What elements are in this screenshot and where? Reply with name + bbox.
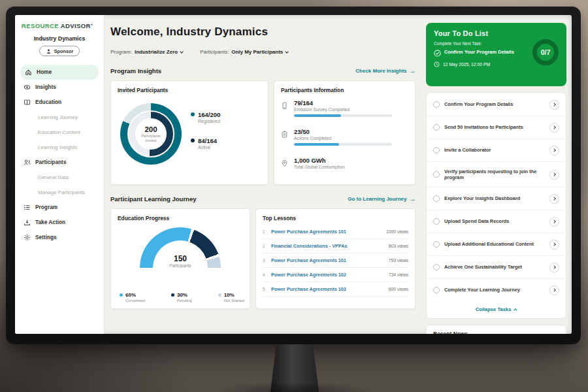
- sponsor-label: Sponsor: [54, 48, 74, 54]
- collapse-tasks-button[interactable]: Collapse Tasks: [427, 301, 566, 318]
- todo-progress-value: 0/7: [541, 48, 551, 56]
- lesson-link[interactable]: Power Purchase Agreements 102: [271, 272, 389, 278]
- task-item[interactable]: Verify participants requesting to join t…: [427, 162, 566, 188]
- lesson-link[interactable]: Financial Considerations - VPPAs: [271, 243, 389, 249]
- filter-value: Only My Participants: [231, 49, 283, 55]
- metric-label: Actions Completed: [294, 136, 392, 140]
- lesson-rank: 1: [263, 229, 271, 234]
- sidebar-item-learning-journey[interactable]: Learning Journey: [15, 110, 104, 125]
- task-item[interactable]: Invite a Collaborator: [427, 139, 566, 162]
- sidebar-item-participants[interactable]: Participants: [15, 155, 104, 170]
- progress-fill: [294, 143, 339, 146]
- program-filter-dropdown[interactable]: Program: Industrialize Zero: [110, 49, 183, 55]
- arrow-right-icon: →: [410, 195, 416, 203]
- task-item[interactable]: Complete Your Learning Journey: [427, 279, 566, 301]
- lesson-row[interactable]: 1 Power Purchase Agreements 101 1000 vie…: [263, 225, 408, 239]
- sidebar-item-general-data[interactable]: General Data: [15, 170, 104, 185]
- chevron-right-icon[interactable]: [549, 100, 559, 110]
- list-icon: [24, 204, 31, 211]
- legend-value: 30%: [177, 292, 192, 298]
- invited-participants-card: Invited Participants 200 Participants In…: [110, 80, 269, 185]
- app-logo: RESOURCE ADVISOR+: [15, 22, 104, 29]
- chevron-right-icon[interactable]: [549, 217, 559, 227]
- legend-label: Completed: [125, 298, 145, 302]
- logo-superscript: +: [91, 22, 93, 26]
- filter-label: Program:: [110, 49, 132, 55]
- sidebar-item-education-content[interactable]: Education Content: [15, 125, 104, 140]
- task-item[interactable]: Confirm Your Program Details: [427, 93, 566, 116]
- todo-title: Your To Do List: [434, 29, 559, 37]
- chevron-right-icon[interactable]: [549, 240, 559, 250]
- sidebar-item-education[interactable]: Education: [15, 95, 104, 110]
- check-more-insights-link[interactable]: Check More Insights →: [355, 67, 416, 74]
- sidebar-item-program[interactable]: Program: [15, 200, 104, 215]
- chevron-up-icon: [514, 308, 518, 312]
- task-checkbox[interactable]: [433, 241, 440, 248]
- task-checkbox[interactable]: [433, 124, 440, 131]
- chevron-right-icon[interactable]: [549, 263, 559, 272]
- metric-label: Total Global Consumption: [294, 165, 345, 169]
- legend-label: Active: [198, 145, 217, 150]
- lesson-row[interactable]: 5 Power Purchase Agreements 103 600 view…: [263, 282, 408, 297]
- task-label: Upload Spend Data Records: [444, 218, 545, 225]
- lesson-views: 1000 views: [386, 229, 408, 234]
- task-item[interactable]: Explore Your Insights Dashboard: [427, 188, 566, 210]
- lesson-rank: 3: [263, 258, 271, 263]
- sidebar-item-insights[interactable]: Insights: [15, 80, 104, 95]
- link-label: Check More Insights: [355, 68, 406, 74]
- card-title: Top Lessons: [263, 215, 296, 221]
- task-checkbox[interactable]: [433, 171, 440, 178]
- task-checkbox[interactable]: [433, 218, 440, 225]
- chevron-right-icon[interactable]: [549, 194, 559, 204]
- recent-news-card[interactable]: Recent News: [426, 325, 566, 334]
- participants-filter-dropdown[interactable]: Participants: Only My Participants: [200, 49, 288, 55]
- sidebar-item-settings[interactable]: Settings: [15, 230, 104, 245]
- info-row-survey: 79/164 Emission Survey Completed: [281, 99, 408, 117]
- sidebar-item-take-action[interactable]: Take Action: [15, 215, 104, 230]
- sidebar-item-manage-participants[interactable]: Manage Participants: [15, 185, 104, 200]
- lesson-row[interactable]: 3 Power Purchase Agreements 101 793 view…: [263, 253, 408, 268]
- sidebar-item-home[interactable]: Home: [20, 65, 99, 80]
- lesson-link[interactable]: Power Purchase Agreements 103: [271, 286, 389, 292]
- task-checkbox[interactable]: [433, 101, 440, 108]
- chevron-right-icon[interactable]: [549, 286, 559, 295]
- task-checkbox[interactable]: [433, 195, 440, 202]
- task-checkbox[interactable]: [433, 147, 440, 154]
- sponsor-badge[interactable]: Sponsor: [39, 46, 80, 56]
- sidebar-item-learning-insights[interactable]: Learning Insights: [15, 140, 104, 155]
- task-checkbox[interactable]: [433, 264, 440, 270]
- task-checkbox[interactable]: [433, 287, 440, 293]
- chevron-right-icon[interactable]: [549, 123, 559, 133]
- lesson-row[interactable]: 4 Power Purchase Agreements 102 734 view…: [263, 268, 408, 282]
- legend-item: 10% Not Started: [218, 292, 244, 302]
- legend-dot: [218, 293, 221, 297]
- chevron-right-icon[interactable]: [549, 146, 559, 155]
- lesson-rank: 4: [263, 272, 271, 277]
- clock-icon: [434, 61, 440, 68]
- filter-value: Industrialize Zero: [135, 49, 178, 55]
- lesson-views: 734 views: [389, 272, 408, 277]
- lesson-link[interactable]: Power Purchase Agreements 101: [271, 229, 386, 235]
- gauge-center: 150 Participants: [140, 254, 221, 268]
- legend-dot: [191, 112, 195, 116]
- next-task-row[interactable]: Confirm Your Program Details: [434, 49, 525, 57]
- lessons-list: 1 Power Purchase Agreements 101 1000 vie…: [263, 225, 408, 297]
- lesson-link[interactable]: Power Purchase Agreements 101: [271, 257, 389, 263]
- legend-item: 60% Completed: [120, 292, 145, 302]
- donut-center: 200 Participants Invited: [135, 118, 167, 150]
- gauge-center-label: Participants: [140, 263, 221, 268]
- card-title: Participants Information: [281, 87, 344, 93]
- task-item[interactable]: Upload Additional Educational Content: [427, 233, 566, 256]
- section-title: Program Insights: [110, 67, 161, 74]
- go-to-learning-journey-link[interactable]: Go to Learning Journey →: [348, 195, 416, 203]
- todo-panel: Your To Do List Complete Your Next Task:…: [426, 15, 566, 334]
- task-item[interactable]: Upload Spend Data Records: [427, 210, 566, 233]
- chevron-right-icon[interactable]: [549, 170, 559, 180]
- task-item[interactable]: Send 50 Invitations to Participants: [427, 116, 566, 139]
- top-lessons-card: Top Lessons 1 Power Purchase Agreements …: [255, 208, 416, 309]
- program-insights-header: Program Insights Check More Insights →: [110, 67, 416, 74]
- lesson-row[interactable]: 2 Financial Considerations - VPPAs 803 v…: [263, 239, 408, 253]
- insights-eye-icon: [24, 84, 31, 91]
- task-item[interactable]: Achieve One Sustainability Target: [427, 256, 566, 279]
- info-row-actions: 23/50 Actions Completed: [281, 128, 408, 146]
